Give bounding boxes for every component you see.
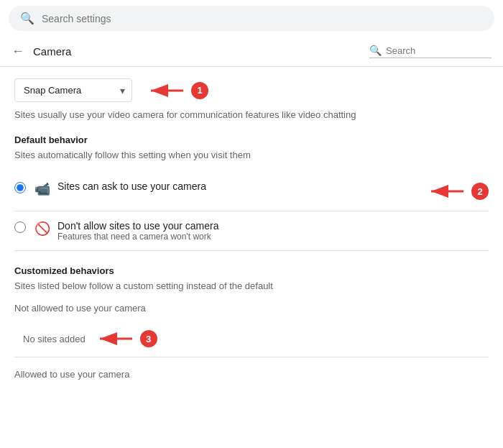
header-search-input[interactable] (386, 45, 486, 56)
camera-on-icon: 📹 (34, 181, 50, 197)
main-content: Snap Camera Default Camera Integrated We… (0, 67, 503, 391)
camera-dropdown-row: Snap Camera Default Camera Integrated We… (14, 78, 489, 102)
top-search-container: 🔍 (9, 6, 494, 31)
radio-allow-text: Sites can ask to use your camera (57, 180, 206, 192)
page-header: ← Camera 🔍 (0, 37, 503, 67)
annotation-number-3: 3 (140, 330, 157, 347)
arrow-annotation-1: 1 (144, 80, 208, 101)
red-arrow-2-icon (424, 180, 467, 202)
camera-select-wrapper[interactable]: Snap Camera Default Camera Integrated We… (14, 78, 132, 102)
page-title: Camera (33, 45, 71, 58)
arrow-annotation-3: 3 (93, 328, 157, 349)
allowed-label: Allowed to use your camera (14, 369, 489, 380)
radio-block-sublabel: Features that need a camera won't work (57, 232, 218, 242)
radio-block-content: 🚫 Don't allow sites to use your camera F… (34, 220, 489, 242)
radio-allow[interactable] (14, 182, 26, 193)
not-allowed-label: Not allowed to use your camera (14, 303, 489, 314)
top-search-input[interactable] (42, 13, 483, 24)
camera-off-icon: 🚫 (34, 221, 50, 237)
customized-behaviors-section: Customized behaviors Sites listed below … (14, 265, 489, 380)
radio-block-text: Don't allow sites to use your camera Fea… (57, 220, 218, 242)
header-left: ← Camera (11, 44, 71, 59)
no-sites-text: No sites added (23, 334, 86, 344)
radio-option-block: 🚫 Don't allow sites to use your camera F… (14, 211, 489, 251)
camera-description: Sites usually use your video camera for … (14, 109, 489, 120)
arrow-annotation-2: 2 (424, 180, 489, 202)
default-behavior-subtitle: Sites automatically follow this setting … (14, 150, 489, 160)
radio-block[interactable] (14, 221, 26, 233)
header-search-icon: 🔍 (369, 45, 382, 56)
radio-option-allow: 📹 Sites can ask to use your camera 2 (14, 172, 489, 211)
no-sites-row: No sites added 3 (14, 321, 489, 357)
radio-allow-label: Sites can ask to use your camera (57, 180, 206, 192)
back-button[interactable]: ← (11, 44, 24, 59)
default-behavior-title: Default behavior (14, 134, 489, 145)
red-arrow-1-icon (144, 80, 187, 101)
customized-behaviors-subtitle: Sites listed below follow a custom setti… (14, 280, 489, 291)
customized-behaviors-title: Customized behaviors (14, 265, 489, 276)
annotation-number-2: 2 (471, 183, 489, 200)
radio-allow-content: 📹 Sites can ask to use your camera (34, 180, 415, 197)
search-icon-top: 🔍 (20, 12, 34, 25)
camera-select[interactable]: Snap Camera Default Camera Integrated We… (14, 78, 132, 102)
header-search-container: 🔍 (369, 45, 492, 58)
red-arrow-3-icon (93, 328, 136, 349)
annotation-number-1: 1 (191, 82, 208, 99)
radio-block-label: Don't allow sites to use your camera (57, 220, 218, 232)
